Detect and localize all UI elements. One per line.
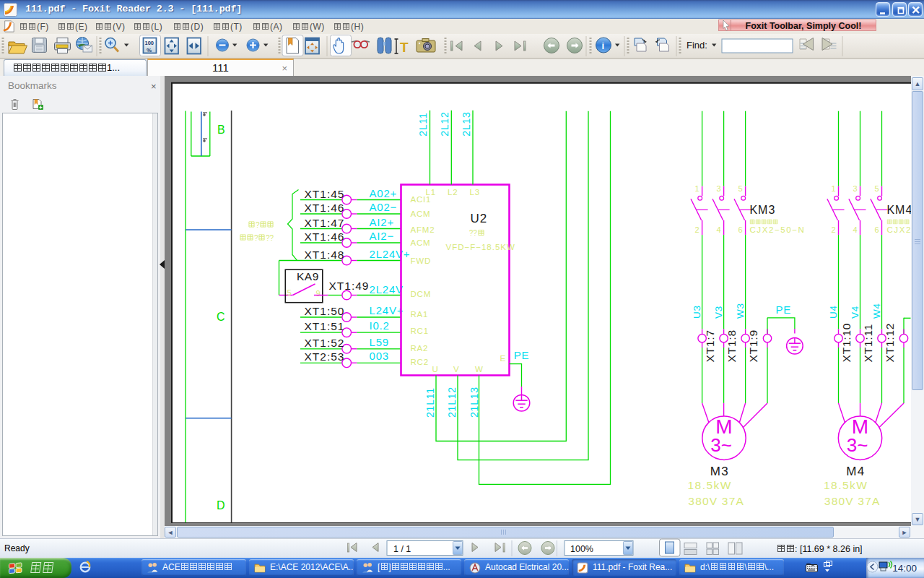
svg-text:KA9: KA9 <box>297 270 319 282</box>
svg-text:i: i <box>602 40 605 51</box>
svg-text:?: ? <box>254 234 258 242</box>
svg-text:KM4: KM4 <box>886 204 911 216</box>
svg-text:PE: PE <box>514 349 530 361</box>
svg-text:RC2: RC2 <box>411 358 429 366</box>
svg-text:3~: 3~ <box>710 434 732 456</box>
svg-text:1 / 1: 1 / 1 <box>393 544 411 554</box>
svg-text:2: 2 <box>695 225 699 234</box>
svg-text:XT1:11: XT1:11 <box>862 324 874 363</box>
svg-text:XT1:46: XT1:46 <box>305 202 345 214</box>
svg-text:4: 4 <box>717 225 721 234</box>
svg-text:XT1:48: XT1:48 <box>305 249 345 261</box>
svg-text:5: 5 <box>287 288 292 297</box>
svg-text:M3: M3 <box>710 465 730 478</box>
svg-text:L1: L1 <box>426 188 436 197</box>
svg-text:Find:: Find: <box>687 40 707 51</box>
svg-text:4: 4 <box>853 225 858 234</box>
svg-text:5: 5 <box>875 184 879 193</box>
svg-text:XT1:45: XT1:45 <box>305 188 345 200</box>
svg-text:AFM2: AFM2 <box>411 225 435 234</box>
svg-text:V4: V4 <box>850 306 860 319</box>
svg-text:5: 5 <box>738 184 743 193</box>
svg-text:RA2: RA2 <box>411 344 429 353</box>
svg-text:XT1:8: XT1:8 <box>725 329 738 362</box>
svg-text:1: 1 <box>695 184 699 193</box>
svg-text:V3: V3 <box>713 306 724 319</box>
svg-text:380V 37A: 380V 37A <box>824 495 881 507</box>
svg-text:C: C <box>217 311 225 323</box>
svg-text:21L13: 21L13 <box>468 387 480 418</box>
svg-text:XT1:10: XT1:10 <box>840 323 853 363</box>
svg-text:3: 3 <box>853 184 858 193</box>
svg-text:100: 100 <box>145 40 154 46</box>
svg-text:RA1: RA1 <box>411 310 429 319</box>
svg-text:A02−: A02− <box>370 201 398 213</box>
svg-text:U: U <box>432 365 438 374</box>
svg-text:XT1:49: XT1:49 <box>329 280 370 292</box>
svg-text:W4: W4 <box>871 303 882 319</box>
svg-text:6: 6 <box>875 225 879 234</box>
svg-text:??: ?? <box>266 234 274 242</box>
svg-text:T: T <box>400 40 409 55</box>
svg-text:2L12: 2L12 <box>439 111 450 136</box>
svg-text:XT1:7: XT1:7 <box>704 329 716 362</box>
svg-text:I0.2: I0.2 <box>370 319 390 332</box>
svg-text:%: % <box>147 47 152 53</box>
svg-text:2L13: 2L13 <box>461 111 472 136</box>
svg-text:XT1:50: XT1:50 <box>305 305 345 317</box>
svg-text:3~: 3~ <box>847 434 868 456</box>
svg-text:RC1: RC1 <box>411 327 429 335</box>
svg-text:U2: U2 <box>471 212 488 225</box>
svg-text:ACI1: ACI1 <box>411 195 432 204</box>
svg-text:L3: L3 <box>470 188 480 197</box>
svg-text:ACM: ACM <box>411 210 431 218</box>
svg-text:L2: L2 <box>448 188 458 197</box>
svg-text:DCM: DCM <box>411 290 432 298</box>
svg-text:3: 3 <box>717 184 721 193</box>
svg-text:2L11: 2L11 <box>417 112 429 136</box>
svg-text:18.5kW: 18.5kW <box>824 479 868 491</box>
svg-text:18.5kW: 18.5kW <box>687 479 732 491</box>
svg-text:W: W <box>475 365 483 374</box>
svg-text:XT1:12: XT1:12 <box>884 323 896 363</box>
svg-text:VFD−F−18.5KW: VFD−F−18.5KW <box>446 243 515 251</box>
svg-text:L24V+: L24V+ <box>370 304 404 316</box>
svg-text:W3: W3 <box>735 303 746 319</box>
svg-text:6: 6 <box>738 225 743 234</box>
svg-text:CJX2−: CJX2− <box>886 225 911 234</box>
svg-text:100%: 100% <box>570 544 593 554</box>
svg-text:U3: U3 <box>692 305 702 319</box>
svg-text:9: 9 <box>316 289 321 298</box>
svg-text:U4: U4 <box>828 305 839 319</box>
svg-text:380V 37A: 380V 37A <box>688 495 744 507</box>
svg-text:??: ?? <box>469 229 478 237</box>
svg-text:KM3: KM3 <box>749 204 775 216</box>
svg-text:21L11: 21L11 <box>424 387 436 418</box>
svg-text:XT1:47: XT1:47 <box>305 217 345 229</box>
svg-text:XT1:52: XT1:52 <box>305 337 345 349</box>
svg-text:AI2−: AI2− <box>370 230 394 242</box>
svg-text:XT2:53: XT2:53 <box>305 350 345 363</box>
svg-text:XT1:9: XT1:9 <box>747 329 759 362</box>
svg-text:1: 1 <box>832 184 836 193</box>
svg-text:?: ? <box>256 221 260 229</box>
svg-text:2: 2 <box>832 225 836 234</box>
svg-text:A02+: A02+ <box>370 187 398 199</box>
svg-text:CJX2−50−N: CJX2−50−N <box>749 225 805 234</box>
svg-text:2L24V+: 2L24V+ <box>370 248 411 260</box>
svg-text:21L12: 21L12 <box>446 387 458 418</box>
svg-text:FWD: FWD <box>411 256 432 265</box>
svg-text:2L24V: 2L24V <box>370 283 404 296</box>
svg-text:M4: M4 <box>846 465 866 478</box>
svg-text:003: 003 <box>370 350 389 362</box>
svg-text:AI2+: AI2+ <box>370 216 394 228</box>
svg-text:ACM: ACM <box>411 238 431 247</box>
svg-text:L59: L59 <box>370 336 389 348</box>
svg-text:E: E <box>500 354 506 363</box>
svg-text:PE: PE <box>775 303 791 316</box>
svg-text:XT1:46: XT1:46 <box>305 230 345 243</box>
svg-text:D: D <box>217 499 225 512</box>
svg-text:B: B <box>217 124 225 136</box>
svg-text:V: V <box>453 365 459 374</box>
svg-text:XT1:51: XT1:51 <box>305 320 345 332</box>
